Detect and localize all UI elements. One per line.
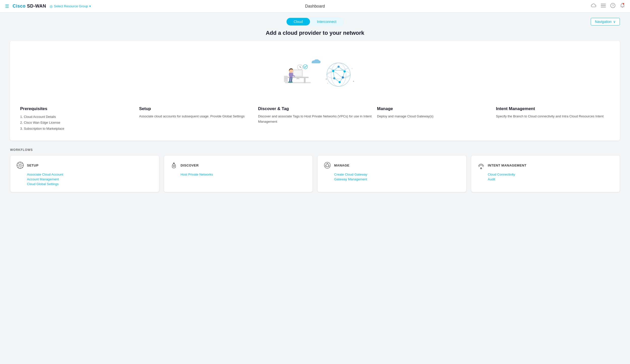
svg-text:✦: ✦ <box>353 80 355 83</box>
manage-link-gateway[interactable]: Gateway Management <box>334 177 461 181</box>
main-content: Cloud Interconnect Navigation ∨ Add a cl… <box>0 13 630 202</box>
manage-link-create[interactable]: Create Cloud Gateway <box>334 173 461 176</box>
prereq-item-2: 2. Cisco Wan Edge License <box>20 120 134 125</box>
navigation-button[interactable]: Navigation ∨ <box>591 18 620 25</box>
illustration-area: ✦ ✦ ✦ ✦ <box>20 48 610 99</box>
resource-group-label: Select Resource Group <box>54 4 88 8</box>
intent-text: Specify the Branch to Cloud connectivity… <box>496 114 610 119</box>
workflow-card-manage: MANAGE Create Cloud Gateway Gateway Mana… <box>317 155 466 192</box>
svg-point-25 <box>303 64 307 69</box>
pin-icon: ◎ <box>50 4 53 8</box>
intent-icon <box>477 161 485 170</box>
svg-rect-18 <box>284 76 288 82</box>
svg-rect-20 <box>284 78 287 79</box>
svg-rect-1 <box>601 5 606 6</box>
intent-card-header: INTENT MANAGEMENT <box>477 161 614 170</box>
setup-title: Setup <box>139 106 253 111</box>
prereq-item-3: 3. Subscription to Marketplace <box>20 126 134 131</box>
manage-title: Manage <box>377 106 491 111</box>
discover-text: Discover and associate Tags to Host Priv… <box>258 114 372 124</box>
manage-links: Create Cloud Gateway Gateway Management <box>323 173 461 181</box>
info-col-discover: Discover & Tag Discover and associate Ta… <box>258 106 372 131</box>
hero-title: Add a cloud provider to your network <box>10 30 620 36</box>
prerequisites-title: Prerequisites <box>20 106 134 111</box>
manage-icon <box>323 161 332 170</box>
intent-links: Cloud Connectivity Audit <box>477 173 614 181</box>
info-col-setup: Setup Associate cloud accounts for subse… <box>139 106 253 131</box>
discover-link-host[interactable]: Host Private Networks <box>181 173 307 176</box>
svg-point-59 <box>328 166 329 167</box>
svg-line-37 <box>343 72 345 78</box>
info-col-manage: Manage Deploy and manage Cloud Gateway(s… <box>377 106 491 131</box>
app-logo: Cisco SD-WAN <box>13 4 46 9</box>
setup-link-global[interactable]: Cloud Global Settings <box>27 182 153 186</box>
svg-point-55 <box>173 165 175 167</box>
tabs-container: Cloud Interconnect <box>286 17 344 26</box>
setup-card-title: SETUP <box>27 163 39 167</box>
workflow-card-intent: INTENT MANAGEMENT Cloud Connectivity Aud… <box>471 155 620 192</box>
app-header: ☰ Cisco SD-WAN ◎ Select Resource Group ▾… <box>0 0 630 13</box>
tab-interconnect[interactable]: Interconnect <box>310 18 343 25</box>
navigation-chevron: ∨ <box>613 20 616 24</box>
setup-text: Associate cloud accounts for subsequent … <box>139 114 253 119</box>
workflow-card-setup: SETUP Associate Cloud Account Account Ma… <box>10 155 159 192</box>
svg-line-53 <box>21 163 22 164</box>
prereq-item-1: 1. Cloud Account Details <box>20 114 134 120</box>
svg-rect-63 <box>480 169 482 169</box>
menu-icon[interactable]: ☰ <box>5 4 9 9</box>
info-columns: Prerequisites 1. Cloud Account Details 2… <box>20 106 610 131</box>
logo-sdwan: SD-WAN <box>26 4 46 9</box>
navigation-label: Navigation <box>595 20 612 24</box>
workflow-card-discover: DISCOVER Host Private Networks <box>164 155 313 192</box>
svg-line-36 <box>339 67 345 72</box>
intent-title: Intent Management <box>496 106 610 111</box>
svg-line-54 <box>18 167 19 168</box>
svg-point-60 <box>325 166 326 167</box>
svg-point-17 <box>290 81 293 83</box>
svg-rect-12 <box>297 77 298 79</box>
svg-text:✦: ✦ <box>352 68 353 70</box>
svg-rect-61 <box>480 168 482 168</box>
svg-line-38 <box>340 77 343 82</box>
resource-group-chevron: ▾ <box>89 4 91 8</box>
discover-card-title: DISCOVER <box>181 163 199 167</box>
svg-rect-21 <box>284 80 287 80</box>
svg-rect-9 <box>304 78 306 83</box>
svg-text:✦: ✦ <box>325 78 327 81</box>
info-col-intent: Intent Management Specify the Branch to … <box>496 106 610 131</box>
tab-cloud[interactable]: Cloud <box>287 18 310 25</box>
hero-illustration: ✦ ✦ ✦ ✦ <box>272 51 358 96</box>
bell-icon[interactable] <box>620 3 625 10</box>
discover-card-header: DISCOVER <box>170 161 307 170</box>
info-col-prerequisites: Prerequisites 1. Cloud Account Details 2… <box>20 106 134 131</box>
logo-cisco: Cisco <box>13 4 26 9</box>
cloud-icon[interactable] <box>591 3 596 9</box>
workflows-section: WORKFLOWS <box>10 148 620 192</box>
intent-card-title: INTENT MANAGEMENT <box>488 163 527 167</box>
svg-rect-19 <box>284 77 287 77</box>
svg-point-58 <box>327 163 328 164</box>
manage-card-title: MANAGE <box>334 163 350 167</box>
page-title: Dashboard <box>305 4 325 9</box>
svg-point-46 <box>19 164 21 166</box>
setup-links: Associate Cloud Account Account Manageme… <box>16 173 153 186</box>
prerequisites-list: 1. Cloud Account Details 2. Cisco Wan Ed… <box>20 114 134 131</box>
header-left: ☰ Cisco SD-WAN ◎ Select Resource Group ▾ <box>5 4 91 9</box>
setup-link-account[interactable]: Account Management <box>27 177 153 181</box>
list-icon[interactable] <box>601 4 606 9</box>
help-icon[interactable]: ? <box>610 3 615 9</box>
manage-card-header: MANAGE <box>323 161 461 170</box>
svg-line-51 <box>18 163 19 164</box>
svg-rect-13 <box>296 79 300 79</box>
manage-text: Deploy and manage Cloud Gateway(s) <box>377 114 491 119</box>
setup-card-header: SETUP <box>16 161 153 170</box>
resource-group-selector[interactable]: ◎ Select Resource Group ▾ <box>50 4 91 8</box>
info-card: ✦ ✦ ✦ ✦ Prerequisites 1. Cloud Account D… <box>10 41 620 141</box>
discover-icon <box>170 161 178 170</box>
svg-line-52 <box>21 167 22 168</box>
intent-link-connectivity[interactable]: Cloud Connectivity <box>488 173 614 176</box>
intent-link-audit[interactable]: Audit <box>488 177 614 181</box>
discover-links: Host Private Networks <box>170 173 307 176</box>
svg-rect-2 <box>601 7 606 7</box>
setup-link-associate[interactable]: Associate Cloud Account <box>27 173 153 176</box>
